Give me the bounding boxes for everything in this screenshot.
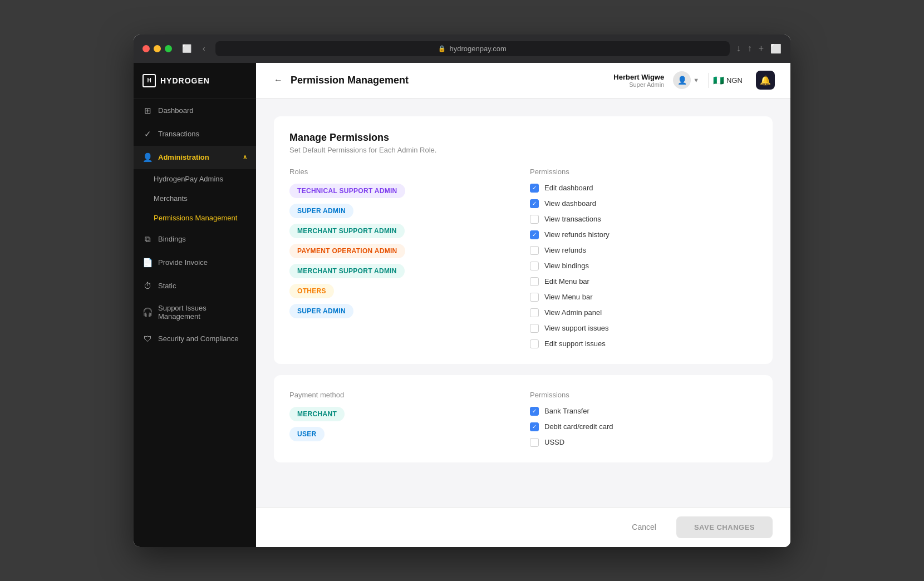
roles-column: Roles TECHNICAL SUPPORT ADMIN SUPER ADMI… xyxy=(289,168,517,348)
role-badge-super1[interactable]: SUPER ADMIN xyxy=(289,204,353,218)
fullscreen-traffic-light[interactable] xyxy=(165,45,172,52)
role-badge-others[interactable]: OTHERS xyxy=(289,284,334,298)
address-bar[interactable]: 🔒 hydrogenpay.com xyxy=(215,41,730,56)
perm-checkbox-bank-transfer[interactable]: ✓ xyxy=(530,407,539,416)
perm-label: View support issues xyxy=(544,324,608,332)
browser-window: ⬜ ‹ 🔒 hydrogenpay.com ↓ ↑ + ⬜ H HYDROGEN… xyxy=(134,35,790,547)
logo-icon: H xyxy=(142,74,156,87)
perm-bank-transfer: ✓ Bank Transfer xyxy=(530,407,757,416)
sidebar-item-provide-invoice[interactable]: 📄 Provide Invoice xyxy=(134,251,256,274)
footer-bar: Cancel SAVE CHANGES xyxy=(256,507,790,547)
perm-checkbox-view-refunds-history[interactable]: ✓ xyxy=(530,230,539,239)
sidebar-sub-label: Merchants xyxy=(154,194,188,203)
perm-debit-card: ✓ Debit card/credit card xyxy=(530,422,757,431)
perm-checkbox-edit-support-issues[interactable] xyxy=(530,339,539,348)
download-icon[interactable]: ↓ xyxy=(736,43,741,54)
roles-list: TECHNICAL SUPPORT ADMIN SUPER ADMIN MERC… xyxy=(289,184,517,318)
sidebar-item-administration[interactable]: 👤 Administration ∧ xyxy=(134,146,256,169)
sidebar-item-dashboard[interactable]: ⊞ Dashboard xyxy=(134,99,256,122)
flag-icon: 🇳🇬 xyxy=(713,75,724,86)
back-browser-button[interactable]: ⬜ xyxy=(179,43,195,54)
user-avatar-button[interactable]: 👤 ▼ xyxy=(673,71,699,89)
browser-chrome: ⬜ ‹ 🔒 hydrogenpay.com ↓ ↑ + ⬜ xyxy=(134,35,790,63)
payment-method-user[interactable]: USER xyxy=(289,427,325,441)
perm-checkbox-view-support-issues[interactable] xyxy=(530,324,539,333)
page-content: Manage Permissions Set Default Permissio… xyxy=(256,99,790,507)
tabs-icon[interactable]: ⬜ xyxy=(770,43,782,54)
transactions-icon: ✓ xyxy=(142,129,153,139)
perm-view-bindings: View bindings xyxy=(530,262,757,270)
perm-checkbox-view-menu-bar[interactable] xyxy=(530,293,539,302)
perm-checkbox-edit-menu-bar[interactable] xyxy=(530,277,539,286)
sidebar-item-security[interactable]: 🛡 Security and Compliance xyxy=(134,327,256,350)
sidebar-sub-label: HydrogenPay Admins xyxy=(154,175,223,183)
payment-permissions-list: ✓ Bank Transfer ✓ Debit card/credit card xyxy=(530,407,757,447)
role-badge-merchant1[interactable]: MERCHANT SUPPORT ADMIN xyxy=(289,224,405,238)
avatar: 👤 xyxy=(673,71,691,89)
perm-checkbox-debit-card[interactable]: ✓ xyxy=(530,422,539,431)
url-text: hydrogenpay.com xyxy=(449,45,506,53)
card-title: Manage Permissions xyxy=(289,132,757,144)
currency-badge[interactable]: 🇳🇬 NGN xyxy=(708,73,747,88)
perm-label: Edit support issues xyxy=(544,339,606,348)
perm-ussd: USSD xyxy=(530,438,757,447)
perm-view-admin-panel: View Admin panel xyxy=(530,308,757,317)
perm-label: View Admin panel xyxy=(544,308,602,317)
sidebar-item-label: Dashboard xyxy=(158,106,194,115)
share-icon[interactable]: ↑ xyxy=(748,43,752,54)
perm-view-refunds: View refunds xyxy=(530,246,757,255)
perm-checkbox-view-dashboard[interactable]: ✓ xyxy=(530,199,539,208)
support-icon: 🎧 xyxy=(142,307,153,317)
browser-controls: ⬜ ‹ xyxy=(179,43,209,54)
payment-method-merchant[interactable]: MERCHANT xyxy=(289,407,345,421)
permissions-two-col: Roles TECHNICAL SUPPORT ADMIN SUPER ADMI… xyxy=(289,168,757,348)
role-badge-technical[interactable]: TECHNICAL SUPPORT ADMIN xyxy=(289,184,405,198)
lock-icon: 🔒 xyxy=(438,45,446,52)
sidebar-item-support-issues[interactable]: 🎧 Support Issues Management xyxy=(134,297,256,327)
perm-checkbox-ussd[interactable] xyxy=(530,438,539,447)
sidebar-item-merchants[interactable]: Merchants xyxy=(134,189,256,208)
main-content: ← Permission Management Herbert Wigwe Su… xyxy=(256,63,790,547)
minimize-traffic-light[interactable] xyxy=(154,45,161,52)
cancel-button[interactable]: Cancel xyxy=(621,517,667,537)
perm-checkbox-view-admin-panel[interactable] xyxy=(530,308,539,317)
chevron-up-icon: ∧ xyxy=(243,154,247,161)
sidebar-item-permissions[interactable]: Permissions Management xyxy=(134,208,256,228)
perm-checkbox-view-refunds[interactable] xyxy=(530,246,539,255)
sidebar-item-transactions[interactable]: ✓ Transactions xyxy=(134,122,256,146)
perm-checkbox-view-bindings[interactable] xyxy=(530,262,539,270)
permissions-label: Permissions xyxy=(530,168,757,176)
sidebar-item-label: Static xyxy=(158,282,176,290)
permissions-list: ✓ Edit dashboard ✓ View dashboard View t… xyxy=(530,184,757,348)
perm-label: View Menu bar xyxy=(544,293,592,301)
back-button[interactable]: ← xyxy=(272,73,285,87)
browser-actions: ↓ ↑ + ⬜ xyxy=(736,43,782,54)
sidebar-logo: H HYDROGEN xyxy=(134,63,256,99)
perm-checkbox-edit-dashboard[interactable]: ✓ xyxy=(530,184,539,193)
header-right: Herbert Wigwe Super Admin 👤 ▼ 🇳🇬 NGN 🔔 xyxy=(613,71,775,90)
role-badge-merchant2[interactable]: MERCHANT SUPPORT ADMIN xyxy=(289,264,405,278)
logo-text: HYDROGEN xyxy=(160,76,210,85)
sidebar-item-label: Provide Invoice xyxy=(158,258,208,267)
permissions-column: Permissions ✓ Edit dashboard ✓ View dash… xyxy=(530,168,757,348)
perm-edit-support-issues: Edit support issues xyxy=(530,339,757,348)
perm-label: View refunds xyxy=(544,246,586,254)
forward-browser-button[interactable]: ‹ xyxy=(199,43,209,54)
save-changes-button[interactable]: SAVE CHANGES xyxy=(676,516,773,538)
close-traffic-light[interactable] xyxy=(142,45,150,52)
perm-view-menu-bar: View Menu bar xyxy=(530,293,757,302)
notification-button[interactable]: 🔔 xyxy=(756,71,775,90)
role-badge-payment[interactable]: PAYMENT OPERATION ADMIN xyxy=(289,244,405,258)
perm-checkbox-view-transactions[interactable] xyxy=(530,215,539,224)
payment-methods-column: Payment method MERCHANT USER xyxy=(289,391,517,447)
new-tab-icon[interactable]: + xyxy=(759,43,764,54)
app-header: ← Permission Management Herbert Wigwe Su… xyxy=(256,63,790,99)
sidebar-item-static[interactable]: ⏱ Static xyxy=(134,274,256,297)
manage-permissions-card: Manage Permissions Set Default Permissio… xyxy=(274,116,773,364)
sidebar-item-hp-admins[interactable]: HydrogenPay Admins xyxy=(134,169,256,189)
role-badge-super2[interactable]: SUPER ADMIN xyxy=(289,304,353,318)
payment-two-col: Payment method MERCHANT USER Permissions xyxy=(289,391,757,447)
header-left: ← Permission Management xyxy=(272,73,409,87)
perm-edit-menu-bar: Edit Menu bar xyxy=(530,277,757,286)
sidebar-item-bindings[interactable]: ⧉ Bindings xyxy=(134,228,256,251)
